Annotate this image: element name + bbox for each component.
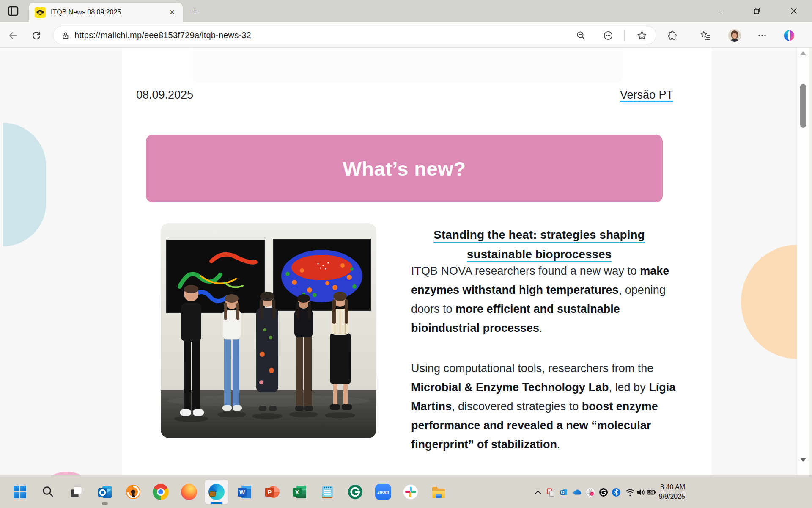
- task-view-icon[interactable]: [68, 483, 85, 500]
- clock-time: 8:40 AM: [651, 483, 685, 492]
- tray-volume-icon[interactable]: [636, 487, 646, 497]
- edge-briefcase-badge: [209, 491, 216, 497]
- tab-title: ITQB News 08.09.2025: [51, 8, 121, 16]
- word-icon[interactable]: W: [236, 483, 253, 500]
- firefox-icon[interactable]: [181, 483, 198, 500]
- decor-pink-arc: [47, 472, 87, 475]
- workspaces-icon[interactable]: [7, 5, 19, 17]
- window-restore-button[interactable]: [747, 0, 767, 22]
- taskbar-search-icon[interactable]: [39, 483, 56, 500]
- new-tab-button[interactable]: +: [189, 6, 200, 17]
- excel-icon[interactable]: X: [291, 483, 308, 500]
- taskbar-clock[interactable]: 8:40 AM 9/9/2025: [651, 483, 685, 501]
- article-paragraph-1: ITQB NOVA researchers found a new way to…: [411, 262, 677, 338]
- zoom-icon[interactable]: zoom: [375, 483, 392, 500]
- favorites-list-icon[interactable]: [699, 29, 712, 42]
- edge-active-underline: [211, 502, 222, 504]
- masthead-remnant: [192, 48, 623, 83]
- language-link[interactable]: Versão PT: [584, 88, 673, 102]
- edge-icon[interactable]: [208, 483, 225, 500]
- chrome-icon[interactable]: [152, 483, 169, 500]
- scrollbar-up-arrow[interactable]: [800, 51, 807, 55]
- tab-close-icon[interactable]: ✕: [167, 8, 177, 17]
- tray-grammarly-icon[interactable]: [598, 487, 609, 497]
- zoom-out-icon[interactable]: [576, 30, 587, 41]
- url-text[interactable]: https://mailchi.mp/eee8153f729a/itqb-new…: [74, 30, 251, 40]
- tray-wifi-icon[interactable]: [625, 487, 635, 497]
- tray-onedrive-icon[interactable]: [572, 487, 582, 497]
- tray-bluetooth-icon[interactable]: [611, 487, 621, 497]
- address-bar[interactable]: https://mailchi.mp/eee8153f729a/itqb-new…: [53, 26, 656, 44]
- tray-sync-app-icon[interactable]: [546, 487, 556, 497]
- browser-titlebar: ITQB News 08.09.2025 ✕ +: [0, 0, 812, 22]
- svg-text:X: X: [295, 489, 299, 496]
- decor-blue-blob: [3, 123, 46, 246]
- refresh-icon[interactable]: [30, 29, 43, 42]
- addressbar-divider: [624, 30, 625, 41]
- svg-text:P: P: [268, 489, 272, 496]
- browser-toolbar: https://mailchi.mp/eee8153f729a/itqb-new…: [0, 22, 812, 48]
- circle-ellipsis-icon[interactable]: [603, 30, 614, 41]
- slack-icon[interactable]: [402, 483, 419, 500]
- scrollbar-down-arrow[interactable]: [800, 458, 807, 462]
- svg-text:W: W: [239, 489, 245, 496]
- tray-flower-notification-icon[interactable]: [585, 487, 595, 497]
- team-photo: [161, 223, 376, 438]
- tray-outlook-icon[interactable]: [559, 487, 569, 497]
- article-headline-link[interactable]: Standing the heat: strategies shaping su…: [400, 225, 679, 264]
- favorite-star-icon[interactable]: [636, 30, 647, 41]
- tray-chevron-up-icon[interactable]: [533, 487, 543, 497]
- newsletter-date: 08.09.2025: [136, 88, 193, 102]
- window-edge: [809, 48, 812, 475]
- outlook-icon[interactable]: [96, 483, 113, 500]
- back-icon[interactable]: [6, 29, 20, 42]
- file-explorer-icon[interactable]: [430, 483, 447, 500]
- outlook-running-indicator: [102, 502, 108, 505]
- lock-icon[interactable]: [61, 31, 70, 42]
- grammarly-icon[interactable]: [347, 483, 364, 500]
- openvpn-icon[interactable]: [125, 483, 142, 500]
- avatar-image: [728, 29, 741, 42]
- window-close-button[interactable]: [784, 0, 804, 22]
- article-paragraph-2: Using computational tools, researchers f…: [411, 359, 677, 454]
- profile-avatar[interactable]: [728, 29, 741, 42]
- powerpoint-icon[interactable]: P: [263, 483, 280, 500]
- notepad-icon[interactable]: [318, 483, 335, 500]
- banner-title: What’s new?: [343, 157, 466, 180]
- window-minimize-button[interactable]: [711, 0, 731, 22]
- extensions-puzzle-icon[interactable]: [665, 29, 678, 42]
- desktop: ITQB News 08.09.2025 ✕ + https://mailchi…: [0, 0, 812, 508]
- mailchimp-favicon-icon: [35, 7, 46, 18]
- clock-date: 9/9/2025: [651, 492, 685, 501]
- browser-tab[interactable]: ITQB News 08.09.2025 ✕: [29, 3, 183, 22]
- scrollbar-thumb[interactable]: [800, 84, 806, 128]
- taskbar: W P X zoom: [0, 475, 812, 508]
- copilot-icon[interactable]: [782, 29, 796, 42]
- start-button[interactable]: [11, 483, 28, 500]
- settings-more-icon[interactable]: [755, 29, 769, 42]
- page-viewport: 08.09.2025 Versão PT What’s new?: [0, 48, 812, 475]
- whats-new-banner: What’s new?: [146, 135, 663, 202]
